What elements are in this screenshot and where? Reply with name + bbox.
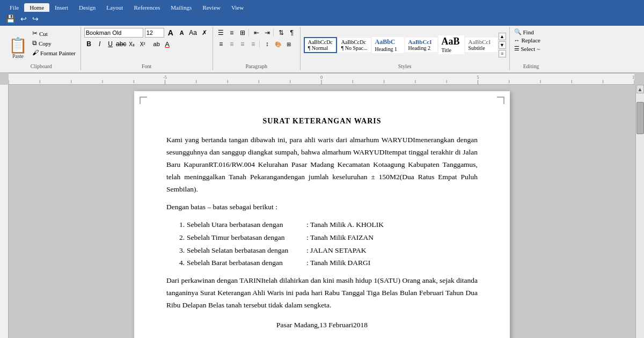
batas-list: 1. Sebelah Utara berbatasan dengan : Tan…	[179, 219, 478, 270]
show-marks-button[interactable]: ¶	[287, 28, 297, 38]
font-color-button[interactable]: A	[163, 39, 172, 49]
footer-location: Pasar Madang,13 Februari2018	[166, 319, 478, 332]
justify-button[interactable]: ≡	[248, 39, 258, 49]
quick-access-toolbar: 💾 ↩ ↪	[0, 12, 644, 26]
undo-button[interactable]: ↩	[19, 14, 28, 24]
shading-button[interactable]: 🎨	[273, 39, 283, 49]
style-no-spacing[interactable]: AaBbCcDc ¶ No Spac...	[338, 38, 371, 52]
align-center-button[interactable]: ≡	[227, 39, 237, 49]
bold-button[interactable]: B	[84, 39, 94, 49]
scissors-icon: ✂	[32, 30, 38, 38]
batas-label-1: Sebelah Utara berbatasan dengan	[187, 219, 305, 231]
subscript-button[interactable]: X₂	[127, 39, 137, 49]
replace-button[interactable]: ↔ Replace	[513, 36, 541, 44]
highlight-button[interactable]: ab	[152, 39, 162, 49]
ribbon: // render tabs inline after body loads F…	[0, 0, 644, 12]
font-shrink-button[interactable]: A	[177, 28, 187, 38]
batas-value-2: Tanah Milik FAIZAN	[310, 232, 478, 244]
superscript-button[interactable]: X²	[138, 39, 148, 49]
style-subtitle[interactable]: AaBbCcI Subtitle	[465, 38, 497, 52]
format-painter-button[interactable]: 🖌 Format Painter	[31, 48, 77, 57]
footer-sub: Para Ahli Waris terdahulu	[166, 335, 478, 338]
batas-no-3: 3.	[179, 245, 187, 257]
replace-label: Replace	[522, 37, 540, 43]
ribbon-tab-home[interactable]: Home	[24, 3, 49, 12]
select-icon: ☰	[514, 45, 519, 52]
font-top-row: A A Aa ✗	[84, 28, 209, 38]
batas-row-4: 4. Sebelah Barat berbatasan dengan : Tan…	[179, 257, 478, 269]
svg-text:0: 0	[320, 75, 323, 80]
copy-button[interactable]: ⧉ Copy	[31, 39, 77, 48]
style-heading2[interactable]: AaBbCcI Heading 2	[405, 38, 437, 52]
clear-format-button[interactable]: ✗	[200, 28, 209, 38]
font-grow-button[interactable]: A	[166, 28, 175, 38]
font-size-input[interactable]	[145, 28, 164, 38]
font-group-label: Font	[81, 63, 213, 69]
vertical-scrollbar[interactable]: ▲	[635, 85, 644, 338]
batas-value-3: JALAN SETAPAK	[310, 245, 478, 257]
styles-scroll-down[interactable]: ▼	[499, 41, 506, 49]
batas-sep-4: :	[305, 257, 310, 269]
batas-sep-2: :	[305, 232, 310, 244]
styles-scroll-up[interactable]: ▲	[499, 33, 506, 40]
paragraph-group-label: Paragraph	[213, 63, 300, 69]
multilevel-button[interactable]: ⊞	[238, 28, 247, 38]
paste-icon: 📋	[9, 38, 27, 53]
editing-group: 🔍 Find ↔ Replace ☰ Select ~ Editing	[510, 27, 553, 70]
align-right-button[interactable]: ≡	[238, 39, 247, 49]
decrease-indent-button[interactable]: ⇤	[252, 28, 261, 38]
ribbon-tab-view[interactable]: View	[226, 3, 249, 12]
underline-button[interactable]: U	[106, 39, 115, 49]
ribbon-tab-design[interactable]: Design	[74, 3, 101, 12]
align-left-button[interactable]: ≡	[216, 39, 226, 49]
strikethrough-button[interactable]: abc	[116, 39, 126, 49]
find-button[interactable]: 🔍 Find	[513, 28, 535, 36]
font-family-input[interactable]	[84, 28, 143, 38]
style-normal[interactable]: AaBbCcDc ¶ Normal	[304, 37, 337, 53]
corner-mark-top-left	[140, 97, 147, 104]
sort-button[interactable]: ⇅	[276, 28, 286, 38]
save-button[interactable]: 💾	[4, 14, 17, 24]
borders-button[interactable]: ⊞	[284, 39, 294, 49]
batas-row-2: 2. Sebelah Timur berbatasan dengan : Tan…	[179, 232, 478, 244]
italic-button[interactable]: I	[95, 39, 105, 49]
styles-group: AaBbCcDc ¶ Normal AaBbCcDc ¶ No Spac... …	[301, 27, 510, 70]
style-heading1[interactable]: AaBbC Heading 1	[372, 37, 404, 53]
bullets-button[interactable]: ☰	[216, 28, 226, 38]
ribbon-tab-references[interactable]: References	[128, 3, 165, 12]
clipboard-group-label: Clipboard	[2, 63, 80, 69]
paste-label: Paste	[12, 53, 24, 59]
scroll-up-arrow[interactable]: ▲	[636, 85, 644, 93]
select-button[interactable]: ☰ Select ~	[513, 45, 541, 53]
font-case-button[interactable]: Aa	[188, 28, 198, 38]
batas-label-2: Sebelah Timur berbatasan dengan	[187, 232, 305, 244]
svg-text:10: 10	[632, 75, 634, 80]
ribbon-body: 📋 Paste ✂ Cut ⧉ Copy 🖌 Format Painter Cl…	[0, 26, 644, 73]
document-scroll-area[interactable]: SURAT KETERANGAN WARIS Kami yang bertand…	[9, 85, 635, 338]
ribbon-tab-insert[interactable]: Insert	[49, 3, 74, 12]
ribbon-tab-file[interactable]: File	[4, 3, 24, 12]
ribbon-tab-layout[interactable]: Layout	[101, 3, 128, 12]
paragraph-row1: ☰ ≡ ⊞ ⇤ ⇥ ⇅ ¶	[216, 28, 297, 38]
format-painter-icon: 🖌	[32, 49, 39, 57]
styles-more[interactable]: ≡	[499, 50, 506, 57]
line-spacing-button[interactable]: ↕	[262, 39, 272, 49]
batas-sep-1: :	[305, 219, 310, 231]
cut-button[interactable]: ✂ Cut	[31, 29, 77, 38]
batas-no-2: 2.	[179, 232, 187, 244]
document-body[interactable]: Kami yang bertanda tangan dibawah ini, p…	[166, 134, 478, 338]
ribbon-tab-review[interactable]: Review	[197, 3, 226, 12]
ribbon-tab-mailings[interactable]: Mailings	[165, 3, 197, 12]
format-painter-label: Format Painter	[40, 50, 76, 56]
batas-value-4: Tanah Milik DARGI	[310, 257, 478, 269]
style-title[interactable]: AaB Title	[438, 35, 464, 54]
svg-text:-5: -5	[163, 75, 167, 80]
increase-indent-button[interactable]: ⇥	[262, 28, 272, 38]
font-bottom-row: B I U abc X₂ X² ab A	[84, 39, 172, 49]
scroll-thumb[interactable]	[636, 102, 644, 134]
numbering-button[interactable]: ≡	[227, 28, 237, 38]
batas-no-4: 4.	[179, 257, 187, 269]
right-scrollbar-container: ▲	[635, 85, 644, 338]
document-area: SURAT KETERANGAN WARIS Kami yang bertand…	[0, 85, 644, 338]
redo-button[interactable]: ↪	[31, 14, 40, 24]
